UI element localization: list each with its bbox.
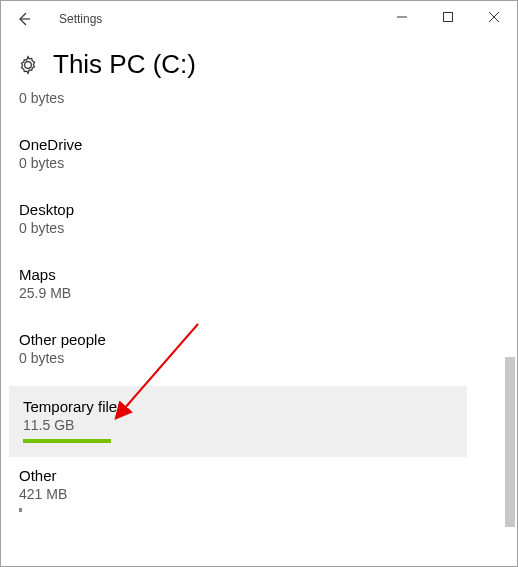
window-controls bbox=[379, 1, 517, 33]
storage-item-label: Other people bbox=[19, 331, 489, 348]
close-button[interactable] bbox=[471, 1, 517, 33]
storage-item-desktop[interactable]: Desktop 0 bytes bbox=[5, 191, 503, 256]
svg-rect-0 bbox=[444, 13, 453, 22]
storage-usage-bar bbox=[19, 508, 22, 512]
storage-item-size: 0 bytes bbox=[19, 155, 489, 171]
storage-item-other-people[interactable]: Other people 0 bytes bbox=[5, 321, 503, 386]
storage-item-maps[interactable]: Maps 25.9 MB bbox=[5, 256, 503, 321]
maximize-button[interactable] bbox=[425, 1, 471, 33]
scrollbar[interactable] bbox=[505, 91, 515, 562]
storage-item-size: 0 bytes bbox=[19, 220, 489, 236]
page-title: This PC (C:) bbox=[53, 49, 196, 80]
storage-item-size: 11.5 GB bbox=[23, 417, 453, 433]
maximize-icon bbox=[443, 12, 453, 22]
storage-item-label: Maps bbox=[19, 266, 489, 283]
storage-item-other[interactable]: Other 421 MB bbox=[5, 457, 503, 514]
back-arrow-icon bbox=[16, 11, 32, 27]
storage-item-size: 0 bytes bbox=[19, 350, 489, 366]
storage-item-label: Temporary files bbox=[23, 398, 453, 415]
minimize-button[interactable] bbox=[379, 1, 425, 33]
storage-item-size: 0 bytes bbox=[19, 90, 489, 106]
storage-item-label: Other bbox=[19, 467, 489, 484]
gear-icon bbox=[17, 54, 39, 76]
storage-item-size: 421 MB bbox=[19, 486, 489, 502]
storage-usage-bar bbox=[23, 439, 111, 443]
storage-item-size: 25.9 MB bbox=[19, 285, 489, 301]
scrollbar-thumb[interactable] bbox=[505, 357, 515, 527]
window-title: Settings bbox=[59, 12, 102, 26]
storage-list: Mail 0 bytes OneDrive 0 bytes Desktop 0 … bbox=[5, 89, 503, 562]
back-button[interactable] bbox=[1, 1, 47, 37]
storage-item-mail[interactable]: Mail 0 bytes bbox=[5, 89, 503, 126]
storage-item-onedrive[interactable]: OneDrive 0 bytes bbox=[5, 126, 503, 191]
titlebar: Settings bbox=[1, 1, 517, 37]
page-header: This PC (C:) bbox=[1, 37, 517, 88]
close-icon bbox=[489, 12, 499, 22]
storage-item-temporary-files[interactable]: Temporary files 11.5 GB bbox=[9, 386, 467, 457]
storage-item-label: OneDrive bbox=[19, 136, 489, 153]
storage-item-label: Desktop bbox=[19, 201, 489, 218]
minimize-icon bbox=[397, 12, 407, 22]
